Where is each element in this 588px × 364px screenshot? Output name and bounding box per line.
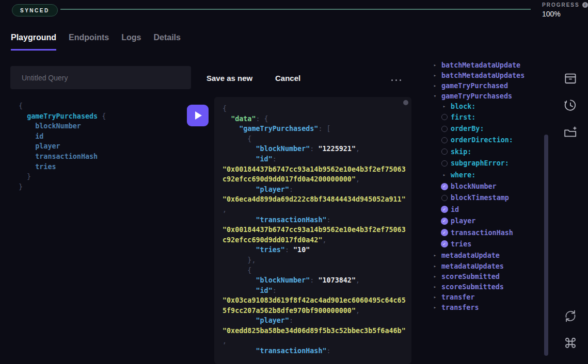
checkbox-checked-icon[interactable]: ✓ bbox=[440, 240, 448, 247]
checkbox-checked-icon[interactable]: ✓ bbox=[440, 218, 448, 225]
tab-details[interactable]: Details bbox=[153, 33, 180, 51]
schema-tree-item[interactable]: ✓transactionHash bbox=[431, 227, 542, 238]
schema-tree-item[interactable]: ▸transfers bbox=[431, 302, 542, 312]
checkbox-unchecked-icon[interactable] bbox=[440, 160, 448, 167]
more-options-icon bbox=[400, 79, 401, 81]
schema-tree-item[interactable]: ✓blockNumber bbox=[431, 180, 542, 192]
tab-playground[interactable]: Playground bbox=[11, 33, 56, 51]
schema-item-label: gameTryPurchased bbox=[441, 82, 508, 90]
schema-item-label: transfer bbox=[441, 293, 475, 301]
schema-tree-item[interactable]: ▸gameTryPurchased bbox=[431, 81, 542, 91]
code-line: transactionHash bbox=[19, 152, 106, 162]
chevron-right-icon[interactable]: ▸ bbox=[431, 305, 439, 310]
schema-item-label: metadataUpdates bbox=[441, 262, 504, 270]
code-line: id bbox=[19, 131, 106, 142]
code-line: c92efcc690d9dd017fd0a42", bbox=[223, 235, 404, 245]
checkbox-unchecked-icon[interactable] bbox=[440, 126, 448, 132]
schema-tree-item[interactable]: ▸transfer bbox=[431, 292, 542, 302]
tab-bar: Playground Endpoints Logs Details bbox=[11, 33, 181, 51]
schema-tree-item[interactable]: ▸block: bbox=[431, 101, 542, 111]
schema-tree-item[interactable]: blockTimestamp bbox=[431, 192, 542, 204]
chevron-right-icon[interactable]: ▸ bbox=[431, 84, 439, 88]
chevron-right-icon[interactable]: ▸ bbox=[431, 63, 439, 68]
schema-tree-item[interactable]: ▾gameTryPurchaseds bbox=[431, 91, 542, 101]
code-line: } bbox=[19, 182, 106, 192]
schema-tree-item[interactable]: ▸metadataUpdate bbox=[431, 250, 542, 261]
code-line: player bbox=[19, 141, 106, 152]
refresh-icon[interactable] bbox=[563, 308, 578, 324]
query-name-input[interactable] bbox=[10, 66, 191, 89]
checkbox-unchecked-icon[interactable] bbox=[440, 114, 448, 120]
archive-box-icon[interactable] bbox=[563, 71, 578, 86]
scroll-indicator bbox=[403, 100, 408, 105]
schema-tree-item[interactable]: ▸scoreSubmitted bbox=[431, 272, 542, 282]
schema-tree-item[interactable]: ✓player bbox=[431, 216, 542, 227]
code-line: "id": bbox=[223, 286, 404, 296]
checkbox-unchecked-icon[interactable] bbox=[440, 148, 448, 155]
schema-item-label: scoreSubmitteds bbox=[441, 283, 504, 291]
history-icon[interactable] bbox=[563, 97, 578, 113]
command-menu-icon[interactable] bbox=[563, 335, 578, 351]
schema-tree-item[interactable]: ✓id bbox=[431, 204, 542, 215]
checkbox-checked-icon[interactable]: ✓ bbox=[440, 206, 448, 213]
chevron-right-icon[interactable]: ▸ bbox=[431, 253, 439, 258]
chevron-right-icon[interactable]: ▸ bbox=[431, 73, 439, 78]
checkbox-unchecked-icon[interactable] bbox=[440, 137, 448, 143]
schema-scrollbar[interactable] bbox=[544, 135, 548, 356]
code-line: "data": { bbox=[223, 114, 404, 124]
graphql-query-editor[interactable]: { gameTryPurchaseds { blockNumber id pla… bbox=[19, 101, 106, 192]
more-options-button[interactable] bbox=[390, 78, 403, 82]
schema-item-label: transactionHash bbox=[451, 229, 513, 237]
cancel-button[interactable]: Cancel bbox=[275, 74, 300, 82]
info-icon[interactable]: i bbox=[582, 2, 588, 8]
tab-logs[interactable]: Logs bbox=[121, 33, 141, 51]
results-json: { "data": { "gameTryPurchaseds": [ { "bl… bbox=[223, 104, 404, 356]
new-folder-icon[interactable] bbox=[563, 124, 578, 140]
checkbox-unchecked-icon[interactable] bbox=[440, 195, 448, 201]
query-results-panel[interactable]: { "data": { "gameTryPurchaseds": [ { "bl… bbox=[214, 97, 411, 364]
schema-item-label: subgraphError: bbox=[451, 159, 509, 167]
run-query-button[interactable] bbox=[187, 105, 209, 126]
code-line: "player": bbox=[223, 185, 404, 195]
code-line: "0x03ca91083d619f8f42ac4ad901ec6060495c6… bbox=[223, 295, 404, 306]
schema-item-label: scoreSubmitted bbox=[441, 273, 500, 280]
schema-tree-item[interactable]: subgraphError: bbox=[431, 158, 542, 169]
chevron-right-icon[interactable]: ▸ bbox=[431, 285, 439, 289]
schema-item-label: metadataUpdate bbox=[441, 252, 500, 259]
code-line: , bbox=[223, 205, 404, 215]
schema-item-label: gameTryPurchaseds bbox=[441, 92, 512, 100]
schema-tree-item[interactable]: ▸scoreSubmitteds bbox=[431, 282, 542, 292]
more-options-icon bbox=[391, 79, 393, 81]
more-options-icon bbox=[395, 79, 397, 81]
schema-tree-item[interactable]: ▸batchMetadataUpdate bbox=[431, 60, 542, 71]
schema-tree-item[interactable]: first: bbox=[431, 111, 542, 123]
code-line: { bbox=[19, 101, 106, 111]
schema-tree-item[interactable]: ▸where: bbox=[431, 169, 542, 180]
chevron-right-icon[interactable]: ▸ bbox=[440, 104, 448, 109]
chevron-right-icon[interactable]: ▸ bbox=[431, 295, 439, 300]
schema-item-label: block: bbox=[451, 103, 475, 110]
chevron-right-icon[interactable]: ▸ bbox=[431, 274, 439, 279]
chevron-down-icon[interactable]: ▾ bbox=[431, 94, 439, 98]
playground-app: SYNCED PROGRESS i 100% Playground Endpoi… bbox=[0, 0, 588, 364]
schema-tree-item[interactable]: ▸batchMetadataUpdates bbox=[431, 71, 542, 81]
tab-endpoints[interactable]: Endpoints bbox=[69, 33, 109, 51]
schema-explorer: ▸batchMetadataUpdate▸batchMetadataUpdate… bbox=[431, 60, 542, 312]
code-line: "0x00184437b6747cc93a14b9562e10e4b3f2ef7… bbox=[223, 164, 404, 175]
schema-tree-item[interactable]: orderDirection: bbox=[431, 135, 542, 146]
chevron-right-icon[interactable]: ▸ bbox=[431, 264, 439, 269]
save-as-new-button[interactable]: Save as new bbox=[206, 74, 252, 82]
code-line: } bbox=[19, 172, 106, 182]
schema-tree-item[interactable]: skip: bbox=[431, 146, 542, 157]
code-line: c92efcc690d9dd017fd0a4200000000", bbox=[223, 174, 404, 185]
code-line: "tries": "10" bbox=[223, 245, 404, 255]
synced-status-badge: SYNCED bbox=[12, 4, 58, 16]
checkbox-checked-icon[interactable]: ✓ bbox=[440, 229, 448, 236]
schema-item-label: blockTimestamp bbox=[451, 194, 509, 202]
schema-tree-item[interactable]: orderBy: bbox=[431, 123, 542, 134]
schema-tree-item[interactable]: ✓tries bbox=[431, 238, 542, 250]
schema-tree-item[interactable]: ▸metadataUpdates bbox=[431, 261, 542, 272]
code-line: { bbox=[223, 104, 404, 114]
chevron-right-icon[interactable]: ▸ bbox=[440, 173, 448, 177]
checkbox-checked-icon[interactable]: ✓ bbox=[440, 183, 448, 190]
